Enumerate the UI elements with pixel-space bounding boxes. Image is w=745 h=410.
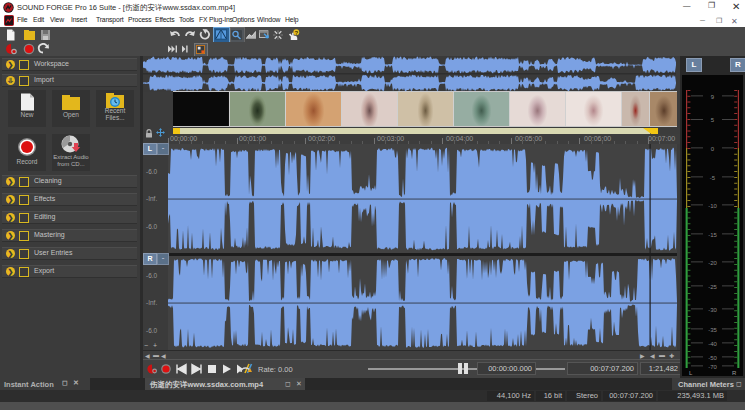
svg-text:-5: -5	[710, 175, 716, 181]
svg-text:R: R	[732, 370, 737, 376]
svg-text:-10: -10	[708, 203, 717, 209]
svg-text:-70: -70	[708, 364, 717, 370]
svg-text:0: 0	[711, 146, 715, 152]
svg-text:-25: -25	[708, 284, 717, 290]
svg-text:9: 9	[711, 94, 715, 100]
svg-text:-20: -20	[708, 260, 717, 266]
svg-text:5: 5	[711, 117, 715, 123]
svg-text:-30: -30	[708, 307, 717, 313]
svg-text:L: L	[689, 370, 693, 376]
svg-text:-15: -15	[708, 232, 717, 238]
svg-text:-40: -40	[708, 341, 717, 347]
svg-text:-35: -35	[708, 327, 717, 333]
svg-text:-50: -50	[708, 355, 717, 361]
svg-text:?: ?	[294, 30, 298, 36]
